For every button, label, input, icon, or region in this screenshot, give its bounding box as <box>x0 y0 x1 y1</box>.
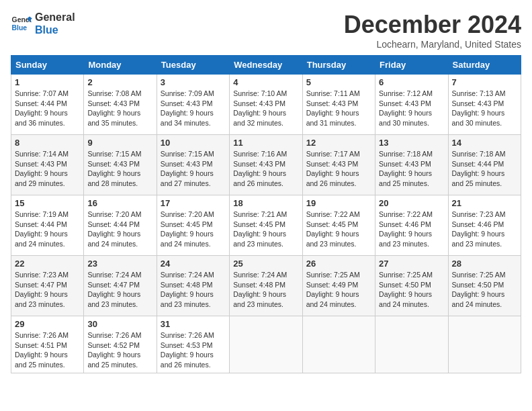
calendar-cell: 20Sunrise: 7:22 AMSunset: 4:46 PMDayligh… <box>375 195 448 256</box>
calendar-cell: 4Sunrise: 7:10 AMSunset: 4:43 PMDaylight… <box>230 75 302 135</box>
col-header-tuesday: Tuesday <box>157 56 229 75</box>
day-number: 12 <box>306 138 371 148</box>
calendar-cell: 3Sunrise: 7:09 AMSunset: 4:43 PMDaylight… <box>157 75 229 135</box>
day-number: 22 <box>15 259 80 269</box>
day-number: 4 <box>233 77 298 87</box>
calendar-cell: 8Sunrise: 7:14 AMSunset: 4:43 PMDaylight… <box>11 135 84 195</box>
day-number: 3 <box>161 77 226 87</box>
day-info: Sunrise: 7:15 AMSunset: 4:43 PMDaylight:… <box>87 149 152 189</box>
calendar-cell: 15Sunrise: 7:19 AMSunset: 4:44 PMDayligh… <box>11 195 84 256</box>
day-info: Sunrise: 7:26 AMSunset: 4:52 PMDaylight:… <box>87 330 152 370</box>
day-info: Sunrise: 7:10 AMSunset: 4:43 PMDaylight:… <box>233 89 298 128</box>
day-info: Sunrise: 7:24 AMSunset: 4:48 PMDaylight:… <box>233 270 298 310</box>
calendar-cell: 7Sunrise: 7:13 AMSunset: 4:43 PMDaylight… <box>448 75 521 135</box>
month-title: December 2024 <box>344 11 521 39</box>
calendar-cell <box>375 316 448 373</box>
day-info: Sunrise: 7:17 AMSunset: 4:43 PMDaylight:… <box>306 149 371 189</box>
day-number: 10 <box>161 138 226 148</box>
calendar-cell: 21Sunrise: 7:23 AMSunset: 4:46 PMDayligh… <box>448 195 521 256</box>
logo-icon: General Blue <box>11 13 32 34</box>
day-info: Sunrise: 7:26 AMSunset: 4:51 PMDaylight:… <box>15 330 80 370</box>
day-info: Sunrise: 7:09 AMSunset: 4:43 PMDaylight:… <box>161 89 226 128</box>
day-info: Sunrise: 7:14 AMSunset: 4:43 PMDaylight:… <box>15 149 80 189</box>
day-info: Sunrise: 7:07 AMSunset: 4:44 PMDaylight:… <box>15 89 80 128</box>
col-header-monday: Monday <box>84 56 157 75</box>
day-number: 21 <box>452 198 517 208</box>
day-number: 8 <box>15 138 80 148</box>
calendar-cell: 16Sunrise: 7:20 AMSunset: 4:44 PMDayligh… <box>84 195 157 256</box>
calendar-cell: 29Sunrise: 7:26 AMSunset: 4:51 PMDayligh… <box>11 316 84 373</box>
day-info: Sunrise: 7:25 AMSunset: 4:50 PMDaylight:… <box>379 270 444 310</box>
col-header-wednesday: Wednesday <box>230 56 302 75</box>
day-number: 23 <box>87 259 152 269</box>
day-info: Sunrise: 7:23 AMSunset: 4:47 PMDaylight:… <box>15 270 80 310</box>
calendar-cell: 23Sunrise: 7:24 AMSunset: 4:47 PMDayligh… <box>84 256 157 316</box>
calendar-cell: 6Sunrise: 7:12 AMSunset: 4:43 PMDaylight… <box>375 75 448 135</box>
day-number: 18 <box>233 198 298 208</box>
day-number: 9 <box>87 138 152 148</box>
calendar-cell: 9Sunrise: 7:15 AMSunset: 4:43 PMDaylight… <box>84 135 157 195</box>
calendar-cell: 14Sunrise: 7:18 AMSunset: 4:44 PMDayligh… <box>448 135 521 195</box>
col-header-thursday: Thursday <box>302 56 375 75</box>
day-info: Sunrise: 7:18 AMSunset: 4:44 PMDaylight:… <box>452 149 517 189</box>
day-info: Sunrise: 7:16 AMSunset: 4:43 PMDaylight:… <box>233 149 298 189</box>
day-number: 20 <box>379 198 444 208</box>
calendar-cell: 2Sunrise: 7:08 AMSunset: 4:43 PMDaylight… <box>84 75 157 135</box>
calendar-cell: 13Sunrise: 7:18 AMSunset: 4:43 PMDayligh… <box>375 135 448 195</box>
day-info: Sunrise: 7:18 AMSunset: 4:43 PMDaylight:… <box>379 149 444 189</box>
location-title: Lochearn, Maryland, United States <box>344 39 521 50</box>
calendar-cell <box>448 316 521 373</box>
day-number: 15 <box>15 198 80 208</box>
day-info: Sunrise: 7:25 AMSunset: 4:50 PMDaylight:… <box>452 270 517 310</box>
calendar-cell: 19Sunrise: 7:22 AMSunset: 4:45 PMDayligh… <box>302 195 375 256</box>
day-number: 19 <box>306 198 371 208</box>
day-info: Sunrise: 7:20 AMSunset: 4:45 PMDaylight:… <box>161 210 226 249</box>
calendar-cell: 10Sunrise: 7:15 AMSunset: 4:43 PMDayligh… <box>157 135 229 195</box>
calendar-cell: 11Sunrise: 7:16 AMSunset: 4:43 PMDayligh… <box>230 135 302 195</box>
day-info: Sunrise: 7:21 AMSunset: 4:45 PMDaylight:… <box>233 210 298 249</box>
day-number: 7 <box>452 77 517 87</box>
logo-line2: Blue <box>35 24 75 36</box>
calendar-cell: 25Sunrise: 7:24 AMSunset: 4:48 PMDayligh… <box>230 256 302 316</box>
day-info: Sunrise: 7:26 AMSunset: 4:53 PMDaylight:… <box>161 330 226 370</box>
day-number: 24 <box>161 259 226 269</box>
calendar-cell: 5Sunrise: 7:11 AMSunset: 4:43 PMDaylight… <box>302 75 375 135</box>
day-number: 2 <box>87 77 152 87</box>
calendar-cell <box>302 316 375 373</box>
calendar-cell: 30Sunrise: 7:26 AMSunset: 4:52 PMDayligh… <box>84 316 157 373</box>
calendar-cell: 22Sunrise: 7:23 AMSunset: 4:47 PMDayligh… <box>11 256 84 316</box>
page-header: General Blue General Blue December 2024 … <box>11 11 521 50</box>
calendar-cell: 24Sunrise: 7:24 AMSunset: 4:48 PMDayligh… <box>157 256 229 316</box>
day-number: 25 <box>233 259 298 269</box>
calendar-cell: 31Sunrise: 7:26 AMSunset: 4:53 PMDayligh… <box>157 316 229 373</box>
day-info: Sunrise: 7:23 AMSunset: 4:46 PMDaylight:… <box>452 210 517 249</box>
logo-line1: General <box>35 11 75 24</box>
day-info: Sunrise: 7:12 AMSunset: 4:43 PMDaylight:… <box>379 89 444 128</box>
day-number: 5 <box>306 77 371 87</box>
day-number: 28 <box>452 259 517 269</box>
day-number: 11 <box>233 138 298 148</box>
day-number: 29 <box>15 319 80 329</box>
day-info: Sunrise: 7:22 AMSunset: 4:46 PMDaylight:… <box>379 210 444 249</box>
day-number: 6 <box>379 77 444 87</box>
day-info: Sunrise: 7:13 AMSunset: 4:43 PMDaylight:… <box>452 89 517 128</box>
day-info: Sunrise: 7:08 AMSunset: 4:43 PMDaylight:… <box>87 89 152 128</box>
day-number: 31 <box>161 319 226 329</box>
day-number: 1 <box>15 77 80 87</box>
day-info: Sunrise: 7:15 AMSunset: 4:43 PMDaylight:… <box>161 149 226 189</box>
col-header-friday: Friday <box>375 56 448 75</box>
day-info: Sunrise: 7:20 AMSunset: 4:44 PMDaylight:… <box>87 210 152 249</box>
calendar-cell: 12Sunrise: 7:17 AMSunset: 4:43 PMDayligh… <box>302 135 375 195</box>
day-info: Sunrise: 7:24 AMSunset: 4:47 PMDaylight:… <box>87 270 152 310</box>
col-header-sunday: Sunday <box>11 56 84 75</box>
day-number: 17 <box>161 198 226 208</box>
day-number: 26 <box>306 259 371 269</box>
day-info: Sunrise: 7:24 AMSunset: 4:48 PMDaylight:… <box>161 270 226 310</box>
day-info: Sunrise: 7:11 AMSunset: 4:43 PMDaylight:… <box>306 89 371 128</box>
calendar-cell: 28Sunrise: 7:25 AMSunset: 4:50 PMDayligh… <box>448 256 521 316</box>
calendar-cell: 26Sunrise: 7:25 AMSunset: 4:49 PMDayligh… <box>302 256 375 316</box>
day-info: Sunrise: 7:25 AMSunset: 4:49 PMDaylight:… <box>306 270 371 310</box>
calendar-cell: 27Sunrise: 7:25 AMSunset: 4:50 PMDayligh… <box>375 256 448 316</box>
day-number: 30 <box>87 319 152 329</box>
day-number: 14 <box>452 138 517 148</box>
